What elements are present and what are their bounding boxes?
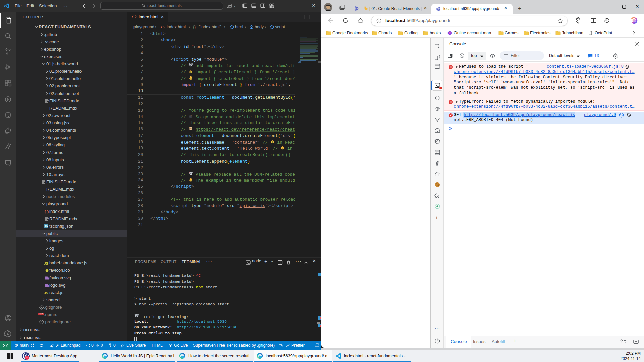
svg-text:$: $ [282,147,283,149]
svg-text:$: $ [272,141,273,143]
svg-text:$: $ [190,179,192,181]
svg-text:$: $ [190,71,192,73]
svg-text:$: $ [190,77,192,79]
